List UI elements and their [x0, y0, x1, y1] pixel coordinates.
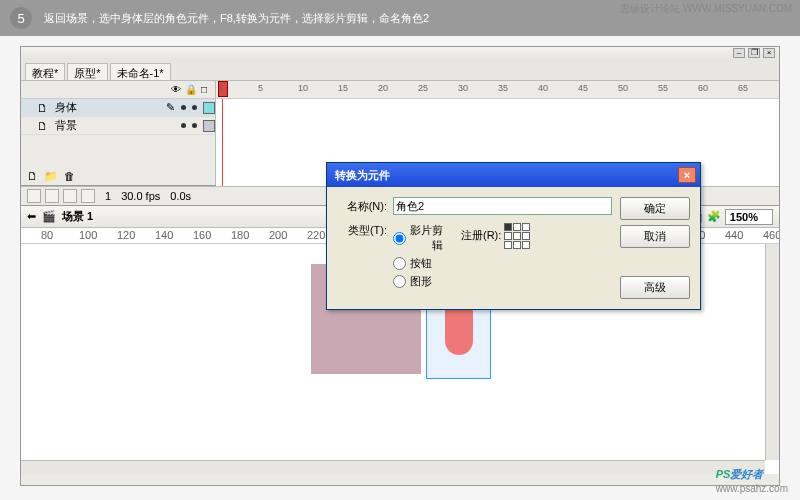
layer-icon: 🗋	[37, 102, 49, 114]
layer-icon: 🗋	[37, 120, 49, 132]
stage-tick: 440	[725, 229, 743, 241]
layers-header: 👁 🔒 □	[21, 81, 215, 99]
restore-button[interactable]: ❐	[748, 48, 760, 58]
onion-skin-outline-icon[interactable]	[45, 189, 59, 203]
scrollbar-vertical[interactable]	[765, 244, 779, 460]
eye-icon[interactable]: 👁	[171, 84, 181, 95]
convert-to-symbol-dialog: 转换为元件 × 名称(N): 类型(T): 影片剪辑 按钮 图形 注册(R)	[326, 162, 701, 310]
ruler-tick: 40	[538, 83, 548, 93]
ruler-tick: 50	[618, 83, 628, 93]
ruler-tick: 45	[578, 83, 588, 93]
layer-name: 身体	[55, 100, 160, 115]
minimize-button[interactable]: –	[733, 48, 745, 58]
stage-tick: 460	[763, 229, 779, 241]
watermark-top: 思缘设计论坛 WWW.MISSYUAN.COM	[620, 2, 792, 16]
layer-row-body[interactable]: 🗋 身体 ✎	[21, 99, 215, 117]
window-titlebar: – ❐ ×	[21, 47, 779, 61]
stage-tick: 220	[307, 229, 325, 241]
scrollbar-horizontal[interactable]	[21, 460, 765, 474]
layer-color-swatch[interactable]	[203, 102, 215, 114]
new-layer-icon[interactable]: 🗋	[27, 170, 38, 182]
ruler-tick: 60	[698, 83, 708, 93]
registration-label: 注册(R):	[461, 229, 501, 241]
ruler-tick: 5	[258, 83, 263, 93]
stage-tick: 80	[41, 229, 53, 241]
ok-button[interactable]: 确定	[620, 197, 690, 220]
flash-window: – ❐ × 教程* 原型* 未命名-1* 👁 🔒 □ 🗋 身体 ✎ 🗋	[20, 46, 780, 486]
ruler-tick: 10	[298, 83, 308, 93]
scene-icon: 🎬	[42, 210, 56, 223]
stage-tick: 120	[117, 229, 135, 241]
doc-tab[interactable]: 教程*	[25, 63, 65, 80]
doc-tab[interactable]: 原型*	[67, 63, 107, 80]
zoom-select[interactable]: 150%	[725, 209, 773, 225]
radio-movieclip[interactable]: 影片剪辑	[393, 223, 443, 253]
radio-button[interactable]: 按钮	[393, 256, 443, 271]
doc-tab[interactable]: 未命名-1*	[110, 63, 171, 80]
ruler-tick: 20	[378, 83, 388, 93]
ruler-tick: 35	[498, 83, 508, 93]
advanced-button[interactable]: 高级	[620, 276, 690, 299]
ruler-tick: 25	[418, 83, 428, 93]
lock-dot[interactable]	[192, 123, 197, 128]
dialog-title: 转换为元件	[335, 168, 390, 183]
stage-tick: 100	[79, 229, 97, 241]
ruler-tick: 30	[458, 83, 468, 93]
ruler-tick: 55	[658, 83, 668, 93]
cancel-button[interactable]: 取消	[620, 225, 690, 248]
ruler-tick: 65	[738, 83, 748, 93]
layer-row-bg[interactable]: 🗋 背景	[21, 117, 215, 135]
lock-dot[interactable]	[192, 105, 197, 110]
back-arrow-icon[interactable]: ⬅	[27, 210, 36, 223]
visibility-dot[interactable]	[181, 123, 186, 128]
lock-icon[interactable]: 🔒	[185, 84, 197, 95]
fps-display: 30.0 fps	[121, 190, 160, 202]
layer-color-swatch[interactable]	[203, 120, 215, 132]
instruction-text: 返回场景，选中身体层的角色元件，F8,转换为元件，选择影片剪辑，命名角色2	[44, 11, 429, 26]
current-frame: 1	[105, 190, 111, 202]
dialog-titlebar[interactable]: 转换为元件 ×	[327, 163, 700, 187]
name-label: 名称(N):	[337, 199, 387, 214]
symbol-name-input[interactable]	[393, 197, 612, 215]
scene-name[interactable]: 场景 1	[62, 209, 93, 224]
visibility-dot[interactable]	[181, 105, 186, 110]
pencil-icon: ✎	[166, 101, 175, 114]
delete-layer-icon[interactable]: 🗑	[64, 170, 75, 182]
center-frame-icon[interactable]	[81, 189, 95, 203]
frame-ruler[interactable]: 15101520253035404550556065	[216, 81, 779, 99]
playhead-line	[222, 99, 223, 186]
outline-icon[interactable]: □	[201, 84, 207, 95]
type-label: 类型(T):	[337, 223, 387, 238]
step-number: 5	[10, 7, 32, 29]
onion-skin-icon[interactable]	[27, 189, 41, 203]
watermark-bottom: PS爱好者 www.psahz.com	[716, 462, 788, 494]
layers-footer: 🗋 📁 🗑	[21, 167, 216, 185]
edit-symbol-icon[interactable]: 🧩	[707, 210, 721, 223]
layers-panel: 👁 🔒 □ 🗋 身体 ✎ 🗋 背景 🗋 📁	[21, 81, 216, 185]
ruler-tick: 1	[218, 83, 223, 93]
dialog-close-icon[interactable]: ×	[678, 167, 696, 183]
stage-tick: 200	[269, 229, 287, 241]
radio-graphic[interactable]: 图形	[393, 274, 443, 289]
new-folder-icon[interactable]: 📁	[44, 170, 58, 183]
layer-name: 背景	[55, 118, 175, 133]
stage-tick: 180	[231, 229, 249, 241]
elapsed-time: 0.0s	[170, 190, 191, 202]
stage-tick: 140	[155, 229, 173, 241]
close-window-button[interactable]: ×	[763, 48, 775, 58]
character-body	[445, 305, 473, 355]
document-tabs: 教程* 原型* 未命名-1*	[21, 61, 779, 81]
edit-multiple-icon[interactable]	[63, 189, 77, 203]
ruler-tick: 15	[338, 83, 348, 93]
stage-tick: 160	[193, 229, 211, 241]
registration-grid[interactable]	[504, 223, 530, 249]
